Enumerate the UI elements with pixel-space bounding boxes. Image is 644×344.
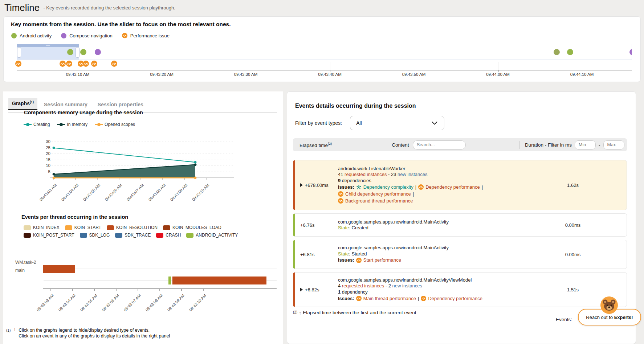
legend-crash[interactable]: CRASH — [156, 233, 181, 238]
timeline-axis-label: 09:44:00 AM — [478, 72, 518, 77]
timeline-event-dot[interactable] — [80, 49, 86, 55]
timeline-event-dot[interactable] — [567, 49, 573, 55]
legend-sdk-trace[interactable]: SDK_TRACE — [115, 233, 151, 238]
legend-sdk-log[interactable]: SDK_LOG — [80, 233, 110, 238]
timeline-axis-label: 09:43:50 AM — [394, 72, 434, 77]
timeline-handle-left[interactable] — [17, 47, 21, 58]
thread-x-tick-label: 09:43:08 AM — [138, 293, 163, 318]
tab-session-summary[interactable]: Session summary — [40, 99, 91, 110]
thread-event-bar[interactable] — [172, 277, 266, 284]
memory-y-tick-label: 5 — [39, 169, 50, 174]
timeline-axis-label: 09:44:10 AM — [562, 72, 602, 77]
expander-icon[interactable] — [300, 288, 303, 291]
performance-issue-icon[interactable] — [66, 61, 72, 67]
legend-chip-icon — [24, 233, 31, 238]
memory-data-point[interactable] — [194, 177, 197, 179]
graphs-footnote: (1) ↑— Click on the graphs legend to hid… — [6, 327, 170, 339]
duration-min-input[interactable] — [575, 140, 596, 150]
requested-instances-link[interactable]: requested instances — [345, 172, 387, 177]
legend-koin-index[interactable]: KOIN_INDEX — [24, 225, 60, 230]
creating-marker-icon — [24, 123, 32, 126]
tab-bar: Graphs(1) Session summary Session proper… — [8, 98, 147, 110]
performance-issue-icon[interactable] — [83, 61, 89, 67]
new-instances-link[interactable]: new instances — [392, 283, 422, 288]
key-moments-legend: Android activity Compose navigation Perf… — [11, 33, 170, 38]
up-arrow-icon: ↑ — [299, 310, 301, 316]
performance-issue-icon[interactable] — [15, 61, 21, 67]
legend-koin-modules-load[interactable]: KOIN_MODULES_LOAD — [163, 225, 221, 230]
issue-link[interactable]: Background thread performance — [345, 198, 413, 204]
memory-data-point[interactable] — [53, 177, 55, 179]
legend-koin-post-start[interactable]: KOIN_POST_START — [24, 233, 74, 238]
issue-link[interactable]: Start performance — [363, 257, 401, 263]
memory-data-point[interactable] — [194, 161, 197, 164]
memory-y-tick-label: 25 — [39, 146, 50, 150]
android-activity-dot-icon — [11, 33, 17, 38]
memory-data-point[interactable] — [194, 163, 197, 166]
timeline-axis-tick — [330, 62, 330, 70]
thread-event-bar[interactable] — [43, 265, 75, 273]
timeline-axis-tick — [162, 62, 162, 70]
memory-y-tick-label: 10 — [39, 163, 50, 168]
content-search-input[interactable] — [413, 140, 466, 150]
legend-koin-start[interactable]: KOIN_START — [65, 225, 101, 230]
legend-compose-navigation[interactable]: Compose navigation — [61, 33, 113, 38]
footnote-text: Elapsed time between the first and the c… — [303, 310, 416, 315]
performance-issue-icon[interactable] — [91, 61, 97, 67]
legend-android-activity[interactable]: Android activity — [11, 33, 52, 38]
timeline-event-dot[interactable] — [629, 49, 632, 55]
legend-chip-icon — [65, 225, 72, 230]
events-details-heading: Events details occurring during the sess… — [295, 103, 416, 109]
issue-link[interactable]: Dependency performance — [428, 296, 482, 302]
timeline-axis — [17, 70, 632, 70]
tab-session-properties[interactable]: Session properties — [94, 99, 147, 110]
issue-link[interactable]: Dependency performance — [425, 184, 480, 191]
performance-issue-icon[interactable] — [111, 61, 117, 67]
elapsed-footnote: (2) ↑ Elapsed time between the first and… — [293, 310, 416, 316]
issue-link[interactable]: Main thread performance — [363, 296, 416, 302]
legend-chip-icon — [115, 233, 122, 238]
timeline-axis-tick — [78, 62, 78, 70]
new-instances-link[interactable]: new instances — [398, 172, 427, 177]
legend-chip-icon — [80, 233, 87, 238]
tab-graphs[interactable]: Graphs(1) — [8, 98, 37, 110]
gauge-icon — [122, 33, 127, 38]
thread-event-bar[interactable] — [168, 277, 171, 284]
expander-icon[interactable] — [300, 183, 303, 187]
issue-link[interactable]: Dependency complexity — [363, 184, 413, 191]
thread-chart[interactable] — [43, 261, 277, 297]
legend-in-memory[interactable]: In memory — [57, 122, 87, 127]
legend-android-activity[interactable]: ANDROID_ACTIVITY — [186, 233, 238, 238]
performance-issue-icon[interactable] — [60, 61, 66, 67]
timeline-track[interactable] — [17, 44, 632, 60]
legend-koin-resolution[interactable]: KOIN_RESOLUTION — [107, 225, 158, 230]
event-row[interactable]: +6.82s com.google.samples.apps.nowinandr… — [293, 272, 627, 307]
requested-instances-link[interactable]: requested instances — [342, 283, 384, 288]
legend-creating[interactable]: Creating — [24, 122, 50, 127]
legend-chip-icon — [24, 225, 31, 230]
elapsed-value: +678.00ms — [305, 183, 329, 188]
gauge-icon — [421, 296, 426, 301]
issue-link[interactable]: Child dependency performance — [345, 191, 411, 197]
timeline-handle-right[interactable] — [76, 47, 80, 58]
memory-data-point[interactable] — [53, 173, 55, 176]
duration-value: 1.51s — [519, 287, 627, 292]
legend-performance-issue[interactable]: Performance issue — [122, 33, 170, 38]
duration-max-input[interactable] — [603, 140, 624, 150]
timeline-event-dot[interactable] — [67, 49, 73, 55]
legend-chip-icon — [107, 225, 114, 230]
experts-bear-avatar[interactable] — [600, 296, 618, 314]
event-row[interactable]: +678.00ms androidx.work.ListenableWorker… — [293, 160, 627, 210]
content-header: Content — [392, 142, 409, 148]
timeline-event-dot[interactable] — [554, 49, 560, 55]
memory-series-line — [54, 148, 195, 163]
event-row[interactable]: +6.81s com.google.samples.apps.nowinandr… — [293, 240, 627, 269]
memory-chart[interactable] — [49, 139, 235, 183]
event-issues: Child dependency performance | — [338, 191, 519, 197]
timeline-selection-grip[interactable] — [17, 44, 79, 47]
legend-opened-scopes[interactable]: Opened scopes — [95, 122, 135, 127]
event-row[interactable]: +6.76s com.google.samples.apps.nowinandr… — [293, 213, 627, 237]
memory-data-point[interactable] — [53, 147, 55, 149]
timeline-event-dot[interactable] — [95, 49, 101, 55]
event-type-select[interactable]: All — [350, 116, 444, 130]
